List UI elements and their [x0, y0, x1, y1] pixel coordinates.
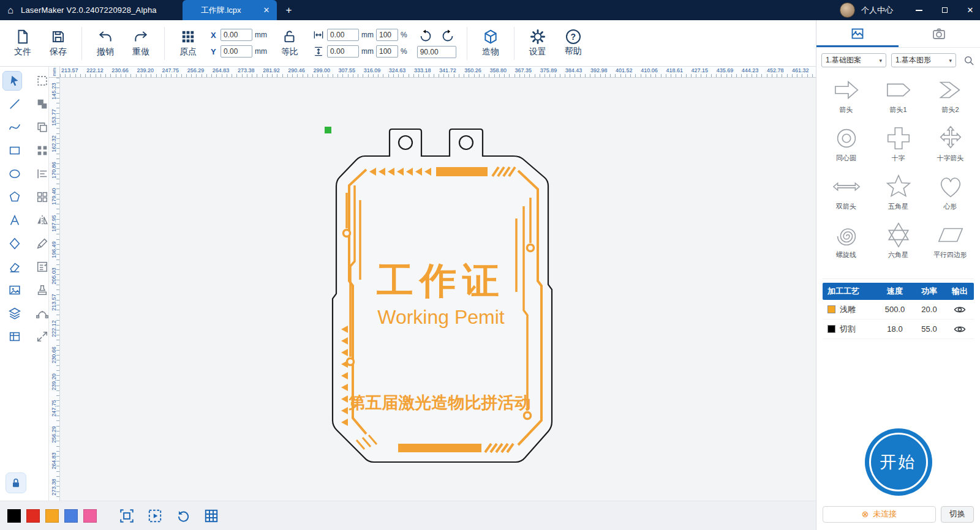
shape-item-arrow1[interactable]: 箭头1 — [872, 73, 924, 121]
ruler-v-numbers: 145.23153.77162.32170.86179.40187.95196.… — [49, 78, 60, 501]
maximize-button[interactable] — [935, 0, 954, 20]
layer-color-swatch[interactable] — [827, 325, 835, 333]
titlebar: ⌂ LaserMaker V2.0.2407220928_Alpha 工作牌.l… — [0, 0, 980, 20]
simulate-icon[interactable] — [175, 508, 191, 524]
height-input[interactable] — [327, 45, 359, 58]
layers-tool[interactable] — [3, 304, 21, 323]
rotate-ccw-icon[interactable] — [418, 29, 433, 43]
unlock-icon — [282, 29, 298, 45]
create-button[interactable]: 造物 — [473, 29, 508, 58]
color-swatch[interactable] — [26, 509, 40, 523]
shape-item-cross[interactable]: 十字 — [872, 121, 924, 170]
toolbar-separator — [81, 27, 82, 60]
shape-item-partial[interactable] — [820, 266, 872, 274]
width-percent-input[interactable] — [376, 29, 398, 41]
shape-item-double-arrow[interactable]: 双箭头 — [820, 170, 872, 218]
file-button[interactable]: 文件 — [5, 29, 40, 58]
document-tab[interactable]: 工作牌.lcpx ✕ — [183, 0, 277, 20]
rotate-angle-input[interactable] — [417, 46, 456, 58]
process-row-cut[interactable]: 切割 18.0 55.0 — [823, 319, 974, 339]
height-percent-input[interactable] — [376, 45, 398, 58]
ruler-number: 213.57 — [60, 67, 85, 77]
library-icon — [850, 26, 865, 41]
rectangle-tool[interactable] — [3, 141, 21, 160]
lock-canvas-button[interactable] — [6, 472, 26, 493]
switch-device-button[interactable]: 切换 — [941, 506, 974, 523]
tab-close-icon[interactable]: ✕ — [263, 6, 270, 15]
new-tab-button[interactable]: + — [285, 4, 292, 17]
percent-label: % — [401, 31, 407, 39]
line-tool[interactable] — [3, 95, 21, 113]
eraser-tool[interactable] — [3, 258, 21, 276]
color-swatch[interactable] — [64, 509, 78, 523]
shape-item-cross-arrow[interactable]: 十字箭头 — [924, 121, 976, 170]
shape-item-heart[interactable]: 心形 — [924, 170, 976, 218]
y-input[interactable] — [221, 45, 252, 58]
select-tool[interactable] — [3, 72, 21, 90]
tab-pattern-library[interactable] — [816, 20, 899, 47]
shape-item-arrow2[interactable]: 箭头2 — [924, 73, 976, 121]
user-center-label[interactable]: 个人中心 — [861, 5, 893, 16]
ruler-number: 290.46 — [287, 67, 312, 77]
home-icon[interactable]: ⌂ — [0, 5, 21, 16]
lock-ratio-button[interactable]: 等比 — [272, 29, 307, 58]
undo-button[interactable]: 撤销 — [88, 29, 123, 58]
toolbar-separator — [514, 27, 514, 60]
create-label: 造物 — [482, 47, 499, 58]
rotate-cw-icon[interactable] — [440, 29, 455, 43]
tab-camera[interactable] — [899, 20, 980, 47]
lock-icon — [10, 477, 22, 489]
process-row-engrave[interactable]: 浅雕 500.0 20.0 — [823, 300, 974, 319]
image-tool[interactable] — [3, 281, 21, 299]
shape-item-spiral[interactable]: 螺旋线 — [820, 218, 872, 266]
canvas[interactable]: 工作证 Working Pemit 第五届激光造物比拼活动 — [60, 78, 816, 501]
redo-icon — [133, 29, 149, 45]
preview-icon[interactable] — [147, 508, 163, 524]
ruler-number: 222.12 — [85, 67, 110, 77]
shape-item-star6[interactable]: 六角星 — [872, 218, 924, 266]
diamond-tool[interactable] — [3, 234, 21, 253]
curve-tool[interactable] — [3, 118, 21, 136]
text-tool[interactable] — [3, 211, 21, 230]
shape-item-star5[interactable]: 五角星 — [872, 170, 924, 218]
width-input[interactable] — [327, 29, 359, 41]
color-swatch[interactable] — [7, 509, 21, 523]
selection-handle[interactable] — [325, 127, 331, 133]
shape-item-partial[interactable] — [872, 266, 924, 274]
grid-icon[interactable] — [203, 508, 219, 524]
ruler-h-numbers: 213.57222.12230.66239.20247.75256.29264.… — [60, 67, 816, 78]
category-dropdown-2[interactable]: 1.基本图形 ▾ — [891, 53, 956, 67]
polygon-tool[interactable] — [3, 188, 21, 206]
layer-color-swatch[interactable] — [827, 305, 835, 313]
x-input[interactable] — [221, 29, 252, 41]
frame-select-icon[interactable] — [119, 508, 135, 524]
search-icon[interactable] — [963, 54, 975, 67]
save-button[interactable]: 保存 — [40, 29, 76, 58]
avatar[interactable] — [840, 2, 855, 18]
minimize-button[interactable] — [909, 0, 929, 20]
position-inputs: X mm Y mm — [211, 29, 267, 58]
shape-item-arrow[interactable]: 箭头 — [820, 73, 872, 121]
shape-item-parallelogram[interactable]: 平行四边形 — [924, 218, 976, 266]
shape-item-concentric-circles[interactable]: 同心圆 — [820, 121, 872, 170]
category-dropdown-1[interactable]: 1.基础图案 ▾ — [821, 53, 886, 67]
badge-object[interactable]: 工作证 Working Pemit 第五届激光造物比拼活动 — [333, 129, 552, 462]
redo-button[interactable]: 重做 — [123, 29, 159, 58]
help-button[interactable]: ? 帮助 — [556, 29, 591, 57]
ruler-unit: mm — [49, 67, 60, 78]
shape-gallery: 箭头 箭头1 箭头2 同心圆 十字 — [816, 73, 980, 274]
lock-ratio-label: 等比 — [281, 47, 298, 58]
close-button[interactable]: ✕ — [960, 0, 980, 20]
color-swatch[interactable] — [45, 509, 59, 523]
table-tool[interactable] — [3, 327, 21, 346]
x-label: X — [211, 31, 218, 40]
start-button[interactable]: 开始 — [865, 428, 932, 496]
color-swatch[interactable] — [83, 509, 97, 523]
ellipse-tool[interactable] — [3, 165, 21, 183]
connection-status[interactable]: ⊗ 未连接 — [823, 506, 936, 523]
shape-item-partial[interactable] — [924, 266, 976, 274]
origin-button[interactable]: 原点 — [170, 29, 206, 58]
eye-icon[interactable] — [954, 305, 966, 314]
settings-button[interactable]: 设置 — [520, 29, 556, 58]
eye-icon[interactable] — [954, 325, 966, 334]
